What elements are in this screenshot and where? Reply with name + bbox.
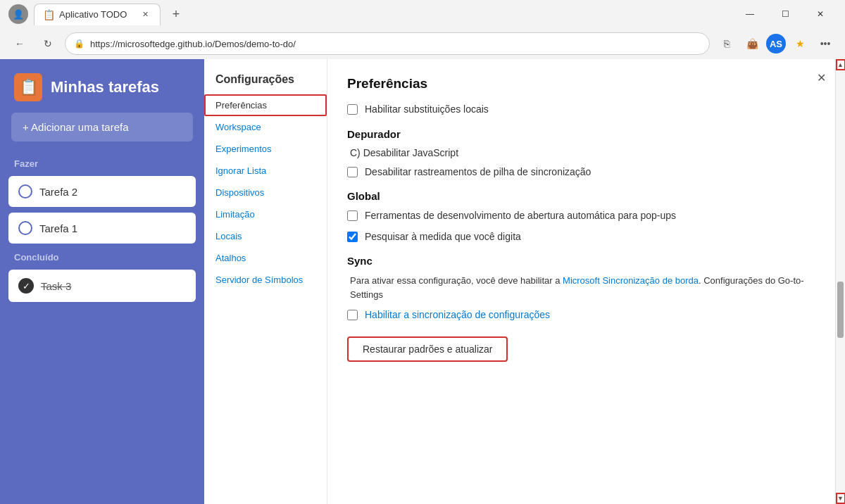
- devtools-popup-checkbox[interactable]: [347, 210, 358, 221]
- sync-stack-checkbox[interactable]: [347, 167, 358, 177]
- more-options-icon[interactable]: •••: [814, 32, 837, 55]
- enable-sync-label: Habilitar a sincronização de configuraçõ…: [365, 308, 550, 322]
- debugger-section-title: Depurador: [347, 128, 825, 140]
- settings-nav-item-experiments[interactable]: Experimentos: [204, 138, 327, 160]
- enable-sync-checkbox[interactable]: [347, 310, 358, 320]
- close-window-button[interactable]: ✕: [804, 3, 837, 25]
- scrollbar-up-arrow[interactable]: ▲: [836, 59, 846, 70]
- setting-item-disable-js: C) Desabilitar JavaScript: [347, 147, 825, 158]
- browser-addressbar: ← ↻ 🔒 https://microsoftedge.github.io/De…: [0, 28, 845, 59]
- browser-tab[interactable]: 📋 Aplicativo TODO ✕: [34, 4, 161, 25]
- scrollbar-thumb[interactable]: [837, 282, 844, 338]
- settings-nav-item-locales[interactable]: Locais: [204, 225, 327, 247]
- sync-stack-label: Desabilitar rastreamentos de pilha de si…: [365, 165, 591, 179]
- setting-item-local-overrides: Habilitar substituições locais: [347, 103, 825, 117]
- settings-nav-item-symbol-server[interactable]: Servidor de Símbolos: [204, 269, 327, 291]
- done-section-label: Concluído: [0, 246, 204, 267]
- profile-icon: 👤: [13, 9, 24, 20]
- back-button[interactable]: ←: [8, 32, 31, 55]
- lock-icon: 🔒: [74, 39, 84, 49]
- search-typing-checkbox[interactable]: [347, 232, 358, 242]
- task-circle-icon: [18, 221, 32, 235]
- logo-icon: 📋: [19, 78, 38, 96]
- setting-item-sync-stack: Desabilitar rastreamentos de pilha de si…: [347, 165, 825, 179]
- address-bar[interactable]: 🔒 https://microsoftedge.github.io/Demos/…: [65, 32, 710, 55]
- share-icon[interactable]: ⎘: [715, 32, 738, 55]
- toolbar-icons: ⎘ 👜 AS ★ •••: [715, 32, 837, 55]
- setting-item-search-typing: Pesquisar à medida que você digita: [347, 230, 825, 244]
- settings-nav: Configurações Preferências Workspace Exp…: [204, 59, 327, 504]
- browser-profile-avatar[interactable]: 👤: [8, 4, 28, 24]
- settings-nav-item-devices[interactable]: Dispositivos: [204, 182, 327, 203]
- task-label: Tarefa 1: [39, 222, 77, 234]
- task-check-icon: ✓: [18, 278, 34, 294]
- new-tab-button[interactable]: +: [166, 4, 186, 24]
- settings-nav-item-preferences[interactable]: Preferências: [204, 94, 327, 116]
- tab-close-button[interactable]: ✕: [139, 8, 151, 21]
- settings-title: Configurações: [204, 65, 327, 94]
- sync-description: Para ativar essa configuração, você deve…: [347, 274, 825, 301]
- setting-item-devtools-popup: Ferramentas de desenvolvimento de abertu…: [347, 209, 825, 223]
- local-overrides-label: Habilitar substituições locais: [365, 103, 489, 117]
- task-item[interactable]: Tarefa 2: [8, 176, 196, 207]
- task-circle-icon: [18, 184, 32, 199]
- scrollbar-down-arrow[interactable]: ▼: [836, 493, 846, 504]
- tab-favicon: 📋: [43, 9, 55, 20]
- todo-section-label: Fazer: [0, 153, 204, 173]
- local-overrides-checkbox[interactable]: [347, 104, 358, 115]
- app-logo: 📋: [14, 73, 42, 101]
- sync-section-title: Sync: [347, 255, 825, 267]
- collections-icon[interactable]: 👜: [741, 32, 763, 55]
- sync-desc-link[interactable]: Microsoft Sincronização de borda: [563, 275, 699, 286]
- global-section-title: Global: [347, 190, 825, 202]
- search-typing-label: Pesquisar à medida que você digita: [365, 230, 521, 244]
- settings-close-button[interactable]: ✕: [811, 68, 831, 87]
- task-item-completed[interactable]: ✓ Task 3: [8, 270, 196, 302]
- scrollbar-thumb-area: [836, 70, 845, 493]
- settings-nav-item-workspace[interactable]: Workspace: [204, 116, 327, 138]
- task-item[interactable]: Tarefa 1: [8, 213, 196, 244]
- setting-item-enable-sync: Habilitar a sincronização de configuraçõ…: [347, 308, 825, 322]
- tab-title: Aplicativo TODO: [59, 9, 127, 20]
- window-controls: — ☐ ✕: [734, 3, 837, 25]
- restore-defaults-button[interactable]: Restaurar padrões e atualizar: [347, 336, 508, 362]
- browser-titlebar: 👤 📋 Aplicativo TODO ✕ + — ☐ ✕: [0, 0, 845, 28]
- settings-nav-item-ignore-list[interactable]: Ignorar Lista: [204, 160, 327, 182]
- app-sidebar: 📋 Minhas tarefas + Adicionar uma tarefa …: [0, 59, 204, 504]
- task-label: Task 3: [41, 280, 71, 292]
- devtools-popup-label: Ferramentas de desenvolvimento de abertu…: [365, 209, 676, 223]
- settings-nav-item-shortcuts[interactable]: Atalhos: [204, 247, 327, 269]
- user-avatar[interactable]: AS: [766, 34, 786, 53]
- maximize-button[interactable]: ☐: [769, 3, 801, 25]
- app-header: 📋 Minhas tarefas: [0, 59, 204, 113]
- restore-button-wrapper: Restaurar padrões e atualizar: [347, 336, 825, 367]
- settings-panel: Configurações Preferências Workspace Exp…: [204, 59, 845, 504]
- settings-nav-item-throttling[interactable]: Limitação: [204, 203, 327, 225]
- add-task-button[interactable]: + Adicionar uma tarefa: [11, 113, 193, 141]
- sync-desc-part1: Para ativar essa configuração, você deve…: [350, 275, 563, 286]
- task-label: Tarefa 2: [39, 186, 77, 198]
- minimize-button[interactable]: —: [734, 3, 766, 25]
- refresh-button[interactable]: ↻: [37, 32, 59, 55]
- settings-content: ✕ Preferências Habilitar substituições l…: [327, 59, 845, 504]
- browser-content: 📋 Minhas tarefas + Adicionar uma tarefa …: [0, 59, 845, 504]
- app-title: Minhas tarefas: [51, 78, 159, 96]
- scrollbar-track: ▲ ▼: [835, 59, 845, 504]
- url-text: https://microsoftedge.github.io/Demos/de…: [90, 39, 701, 49]
- settings-main-title: Preferências: [347, 76, 825, 92]
- disable-js-label: C) Desabilitar JavaScript: [347, 147, 458, 158]
- favorites-icon[interactable]: ★: [789, 32, 811, 55]
